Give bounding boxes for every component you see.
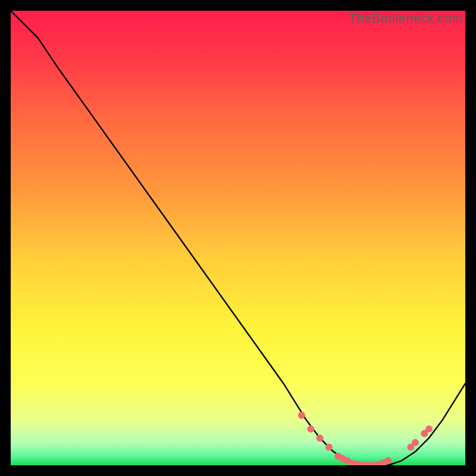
watermark-text: TheBottleneck.com — [349, 11, 463, 26]
trough-marker — [412, 439, 419, 446]
trough-marker — [384, 457, 392, 464]
trough-marker — [307, 425, 314, 433]
trough-marker — [425, 425, 433, 433]
trough-marker — [298, 412, 305, 419]
chart-frame: TheBottleneck.com — [11, 11, 465, 465]
trough-marker — [325, 443, 333, 450]
chart-background — [11, 11, 465, 465]
trough-marker — [317, 434, 324, 441]
chart-svg — [11, 11, 465, 465]
